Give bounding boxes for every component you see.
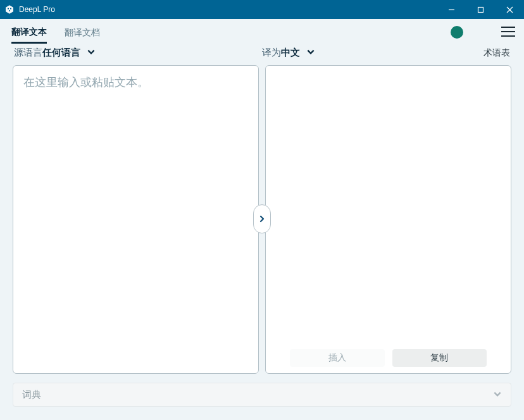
target-text-output	[266, 66, 511, 345]
target-pane: 插入 复制	[265, 65, 511, 374]
svg-point-2	[9, 10, 10, 11]
chevron-down-icon	[306, 47, 315, 58]
target-actions: 插入 复制	[266, 345, 511, 373]
insert-button[interactable]: 插入	[290, 349, 385, 367]
target-language-selector[interactable]: 译为中文	[262, 47, 315, 59]
app-logo-icon	[0, 0, 19, 19]
target-language-prefix: 译为	[262, 47, 281, 58]
window-title: DeepL Pro	[19, 5, 55, 14]
maximize-button[interactable]	[466, 0, 495, 19]
close-button[interactable]	[495, 0, 524, 19]
source-pane	[13, 65, 259, 374]
source-language-selector[interactable]: 源语言任何语言	[14, 47, 96, 59]
titlebar: DeepL Pro	[0, 0, 524, 19]
glossary-link[interactable]: 术语表	[483, 47, 510, 59]
svg-rect-4	[478, 7, 483, 12]
swap-languages-button[interactable]	[253, 204, 271, 233]
translation-panes: 插入 复制	[0, 65, 524, 374]
target-language-value: 中文	[281, 47, 300, 58]
dictionary-bar[interactable]: 词典	[13, 383, 511, 407]
copy-button[interactable]: 复制	[392, 349, 487, 367]
source-text-input[interactable]	[13, 66, 258, 373]
dictionary-label: 词典	[22, 389, 41, 401]
tab-translate-text[interactable]: 翻译文本	[11, 22, 47, 44]
svg-point-1	[10, 8, 11, 9]
minimize-button[interactable]	[437, 0, 466, 19]
tab-translate-document[interactable]: 翻译文档	[65, 22, 100, 42]
svg-point-0	[8, 8, 9, 9]
menu-icon[interactable]	[501, 27, 515, 37]
source-language-prefix: 源语言	[14, 47, 42, 58]
mode-tabs: 翻译文本 翻译文档	[11, 19, 100, 46]
toolbar: 翻译文本 翻译文档	[0, 19, 524, 46]
source-language-value: 任何语言	[42, 47, 80, 58]
chevron-down-icon	[87, 47, 96, 58]
chevron-down-icon	[493, 390, 502, 400]
language-row: 源语言任何语言 译为中文 术语表	[0, 46, 524, 65]
avatar[interactable]	[451, 26, 463, 39]
